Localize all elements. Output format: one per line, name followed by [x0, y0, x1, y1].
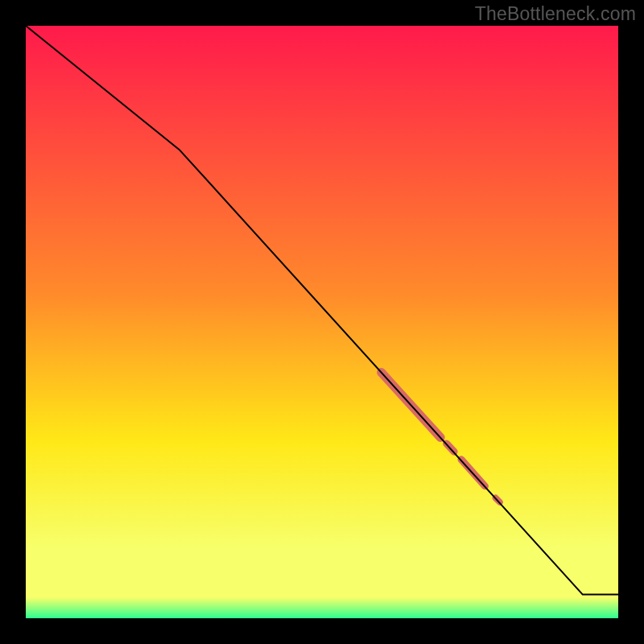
- plot-area: [26, 26, 618, 618]
- chart-frame: TheBottleneck.com: [0, 0, 644, 644]
- watermark-text: TheBottleneck.com: [475, 3, 636, 25]
- chart-svg: [26, 26, 618, 618]
- curve-line: [26, 26, 618, 595]
